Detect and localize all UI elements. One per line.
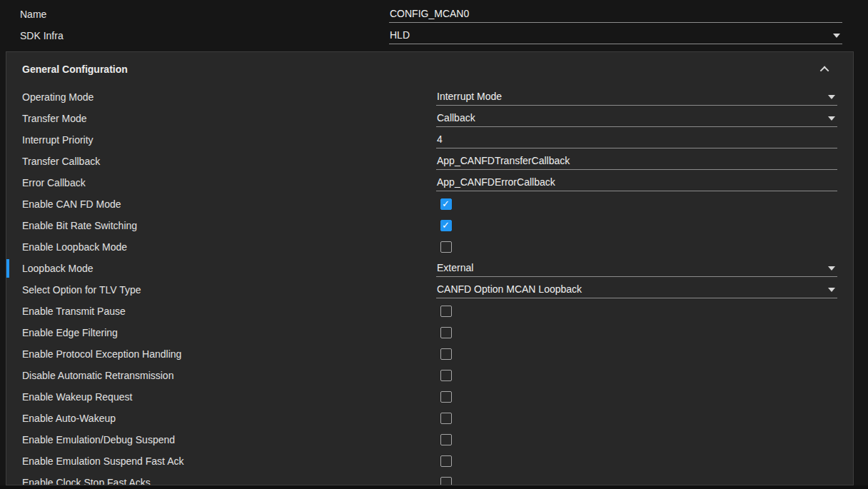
- field-value: Interrupt Mode: [437, 91, 502, 102]
- interrupt-priority-input[interactable]: 4: [436, 131, 837, 148]
- enable-emulation-suspend-fast-ack-checkbox[interactable]: [440, 455, 452, 467]
- enable-transmit-pause-checkbox[interactable]: [440, 306, 452, 317]
- chevron-down-icon: [828, 116, 835, 121]
- enable-edge-filtering-checkbox[interactable]: [440, 327, 452, 338]
- enable-auto-wakeup-checkbox[interactable]: [440, 413, 452, 424]
- row-label: Interrupt Priority: [6, 134, 94, 146]
- config-row-transfer-mode: Transfer ModeCallback: [6, 108, 853, 129]
- sdk-infra-label: SDK Infra: [0, 30, 64, 41]
- chevron-down-icon: [833, 34, 840, 38]
- select-option-for-tlv-type-select[interactable]: CANFD Option MCAN Loopback: [436, 281, 837, 298]
- row-label: Enable Protocol Exception Handling: [6, 348, 181, 360]
- config-row-enable-transmit-pause: Enable Transmit Pause: [6, 301, 853, 322]
- name-label: Name: [0, 9, 46, 20]
- chevron-up-icon[interactable]: [820, 66, 829, 75]
- config-row-enable-auto-wakeup: Enable Auto-Wakeup: [6, 408, 853, 429]
- disable-automatic-retransmission-checkbox[interactable]: [440, 370, 452, 381]
- row-label: Enable Emulation/Debug Suspend: [6, 434, 175, 445]
- config-rows: Operating ModeInterrupt ModeTransfer Mod…: [6, 86, 853, 485]
- config-row-loopback-mode: Loopback ModeExternal: [6, 258, 853, 279]
- transfer-mode-select[interactable]: Callback: [436, 110, 837, 127]
- field-value: Callback: [437, 112, 475, 123]
- name-input[interactable]: CONFIG_MCAN0: [389, 6, 842, 23]
- field-value: App_CANFDTransferCallback: [437, 155, 570, 166]
- sdk-infra-row: SDK Infra HLD: [0, 25, 868, 46]
- config-row-operating-mode: Operating ModeInterrupt Mode: [6, 86, 853, 108]
- row-label: Enable Auto-Wakeup: [6, 413, 116, 424]
- enable-wakeup-request-checkbox[interactable]: [440, 391, 452, 403]
- name-row: Name CONFIG_MCAN0: [0, 4, 868, 25]
- transfer-callback-input[interactable]: App_CANFDTransferCallback: [436, 153, 837, 170]
- row-label: Enable Loopback Mode: [6, 241, 127, 253]
- section-title: General Configuration: [22, 64, 128, 75]
- operating-mode-select[interactable]: Interrupt Mode: [436, 89, 837, 106]
- loopback-mode-select[interactable]: External: [436, 260, 837, 277]
- config-row-enable-protocol-exception-handling: Enable Protocol Exception Handling: [6, 343, 853, 365]
- config-row-interrupt-priority: Interrupt Priority4: [6, 129, 853, 151]
- row-label: Transfer Mode: [6, 113, 87, 124]
- config-row-disable-automatic-retransmission: Disable Automatic Retransmission: [6, 365, 853, 386]
- row-label: Select Option for TLV Type: [6, 284, 141, 296]
- chevron-down-icon: [828, 288, 835, 292]
- bottom-edge: [0, 485, 868, 489]
- sdk-infra-select[interactable]: HLD: [389, 27, 842, 44]
- row-label: Error Callback: [6, 177, 86, 188]
- row-label: Enable Emulation Suspend Fast Ack: [6, 455, 183, 467]
- general-configuration-panel: General Configuration Operating ModeInte…: [6, 51, 854, 485]
- section-header[interactable]: General Configuration: [6, 52, 853, 86]
- field-value: CANFD Option MCAN Loopback: [437, 283, 582, 295]
- config-row-transfer-callback: Transfer CallbackApp_CANFDTransferCallba…: [6, 151, 853, 172]
- row-label: Enable Transmit Pause: [6, 306, 126, 317]
- config-row-enable-edge-filtering: Enable Edge Filtering: [6, 322, 853, 343]
- config-row-enable-wakeup-request: Enable Wakeup Request: [6, 386, 853, 408]
- enable-clock-stop-fast-acks-checkbox[interactable]: [440, 477, 452, 485]
- field-value: External: [437, 262, 473, 273]
- row-label: Enable Clock Stop Fast Acks: [6, 477, 151, 485]
- enable-can-fd-mode-checkbox[interactable]: ✓: [440, 198, 452, 210]
- row-label: Operating Mode: [6, 91, 94, 103]
- error-callback-input[interactable]: App_CANFDErrorCallback: [436, 174, 837, 191]
- row-label: Enable Wakeup Request: [6, 391, 132, 403]
- check-icon: ✓: [442, 198, 450, 210]
- config-row-select-option-for-tlv-type: Select Option for TLV TypeCANFD Option M…: [6, 279, 853, 301]
- config-row-enable-emulation-suspend-fast-ack: Enable Emulation Suspend Fast Ack: [6, 450, 853, 472]
- config-row-enable-can-fd-mode: Enable CAN FD Mode✓: [6, 193, 853, 215]
- enable-bit-rate-switching-checkbox[interactable]: ✓: [440, 220, 452, 231]
- row-label: Enable CAN FD Mode: [6, 198, 121, 210]
- sdk-infra-value: HLD: [390, 29, 410, 41]
- check-icon: ✓: [442, 220, 450, 231]
- enable-protocol-exception-handling-checkbox[interactable]: [440, 348, 452, 360]
- config-row-enable-bit-rate-switching: Enable Bit Rate Switching✓: [6, 215, 853, 236]
- field-value: 4: [437, 133, 443, 145]
- top-fields: Name CONFIG_MCAN0 SDK Infra HLD: [0, 4, 868, 46]
- config-row-error-callback: Error CallbackApp_CANFDErrorCallback: [6, 172, 853, 193]
- sysconfig-screen: Name CONFIG_MCAN0 SDK Infra HLD General …: [0, 0, 868, 489]
- row-label: Transfer Callback: [6, 156, 100, 167]
- row-label: Enable Bit Rate Switching: [6, 220, 137, 231]
- active-row-indicator: [6, 259, 9, 278]
- row-label: Loopback Mode: [6, 263, 94, 274]
- config-row-enable-emulation-debug-suspend: Enable Emulation/Debug Suspend: [6, 429, 853, 450]
- enable-loopback-mode-checkbox[interactable]: [440, 241, 452, 253]
- row-label: Disable Automatic Retransmission: [6, 370, 173, 381]
- config-row-enable-clock-stop-fast-acks: Enable Clock Stop Fast Acks: [6, 472, 853, 485]
- enable-emulation-debug-suspend-checkbox[interactable]: [440, 434, 452, 445]
- name-value: CONFIG_MCAN0: [390, 8, 469, 19]
- chevron-down-icon: [828, 266, 835, 271]
- field-value: App_CANFDErrorCallback: [437, 176, 555, 188]
- chevron-down-icon: [828, 95, 835, 99]
- row-label: Enable Edge Filtering: [6, 327, 118, 338]
- config-row-enable-loopback-mode: Enable Loopback Mode: [6, 236, 853, 258]
